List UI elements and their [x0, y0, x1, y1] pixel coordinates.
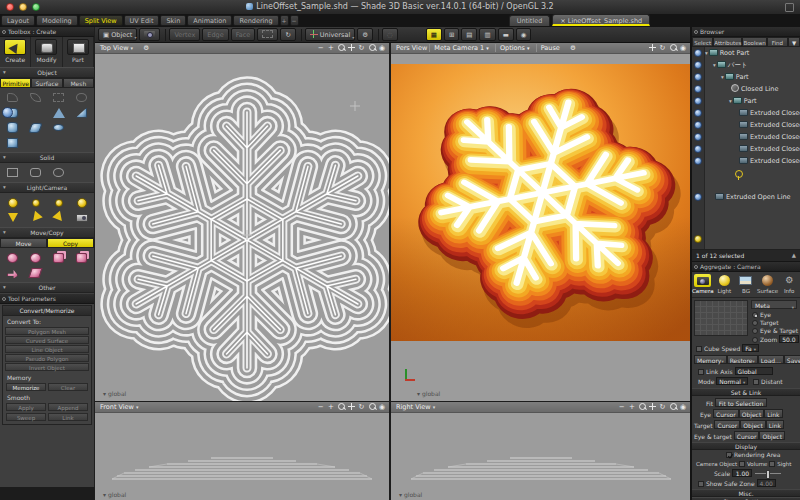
vertex-mode-button[interactable]: Vertex — [169, 28, 200, 41]
draw-rect-tool-icon[interactable] — [47, 90, 70, 105]
view-options-icon[interactable]: ◉ — [379, 44, 386, 52]
viewport-pers[interactable]: Pers View Meta Camera 1 ▾ Options ▾ Paus… — [391, 43, 690, 402]
orbit-icon[interactable]: ↻ — [359, 44, 366, 52]
browser-tab-select[interactable]: Select — [692, 37, 713, 47]
eye-target-cursor-button[interactable]: Cursor — [734, 431, 760, 440]
tree-item-part-jp[interactable]: ▾パート — [705, 59, 800, 71]
mode-row[interactable]: Mode Normal ▾ Distant — [698, 377, 783, 385]
visibility-toggle[interactable] — [694, 73, 702, 81]
workspace-tab-split-view[interactable]: Split View — [79, 15, 123, 26]
safe-zone-row[interactable]: Show Safe Zone 4.00 — [698, 479, 776, 487]
tree-item-extruded-closed[interactable]: Extruded Closed — [705, 131, 800, 143]
rotate-view-button[interactable]: ↻ — [280, 28, 295, 41]
pers-settings-gear-icon[interactable]: ⚙ — [570, 44, 576, 52]
bulb-light-icon[interactable] — [47, 195, 70, 210]
clear-button[interactable]: Clear — [48, 383, 88, 391]
tool-parameters-header[interactable]: Tool Parameters — [0, 294, 94, 304]
zoom-value-field[interactable]: 50.0 — [779, 335, 798, 343]
aggregate-tab-light[interactable]: Light — [714, 274, 736, 297]
edge-mode-button[interactable]: Edge — [202, 28, 228, 41]
smooth-sweep-button[interactable]: Sweep — [6, 413, 46, 421]
target-object-button[interactable]: Object — [740, 420, 766, 429]
face-mode-button[interactable]: Face — [231, 28, 256, 41]
cube-speed-select[interactable]: Fa ▾ — [742, 344, 759, 352]
checkbox-icon[interactable] — [698, 369, 704, 375]
pers-camera-select[interactable]: Meta Camera 1 ▾ — [429, 44, 493, 52]
zoom-in-icon[interactable]: + — [328, 44, 335, 52]
orbit-icon[interactable]: ↻ — [660, 44, 667, 52]
camera-create-icon[interactable] — [70, 210, 93, 225]
convert-curved-surface-button[interactable]: Curved Surface — [5, 336, 89, 344]
cylinder-tool-icon[interactable] — [1, 120, 24, 135]
convert-pseudo-polygon-button[interactable]: Pseudo Polygon — [5, 354, 89, 362]
right-view-header[interactable]: Right View ▾ − + ↻ ◉ — [391, 402, 690, 413]
eye-radio[interactable]: Eye — [752, 311, 771, 319]
aggregate-tab-info[interactable]: ⚙Info — [778, 274, 800, 297]
orbit-icon[interactable]: ↻ — [660, 403, 667, 411]
radio-icon[interactable] — [752, 337, 758, 343]
workspace-tab-uv-edit[interactable]: UV Edit — [124, 15, 160, 26]
section-light-camera[interactable]: ▾Light/Camera — [0, 182, 94, 193]
camera-preview-grid[interactable] — [694, 300, 748, 336]
copy-button[interactable]: Copy — [47, 238, 94, 248]
doc-tab-untitled[interactable]: Untitled — [509, 15, 551, 26]
translate-tool-icon[interactable] — [1, 250, 24, 265]
pers-pause-button[interactable]: Pause — [536, 44, 564, 52]
eye-target-radio[interactable]: Eye & Target — [752, 327, 798, 335]
eye-link-button[interactable]: Link — [764, 409, 782, 418]
layout-single-side-button[interactable]: ▥ — [479, 28, 495, 41]
directional-light-icon[interactable] — [24, 210, 47, 225]
visibility-toggle[interactable] — [694, 121, 702, 129]
radio-icon[interactable] — [752, 328, 758, 334]
checkbox-icon[interactable] — [698, 481, 704, 487]
sun-light-icon[interactable] — [1, 195, 24, 210]
cube-speed-row[interactable]: Cube Speed Fa ▾ — [696, 344, 759, 352]
section-object[interactable]: ▾Object — [0, 67, 94, 78]
pan-icon[interactable] — [348, 403, 355, 410]
tree-item-part-2[interactable]: ▾Part — [705, 95, 800, 107]
top-view-header[interactable]: Top View ▾ ⚙ − + ↻ ◉ — [95, 43, 389, 54]
convert-polygon-mesh-button[interactable]: Polygon Mesh — [5, 327, 89, 335]
view-options-icon[interactable]: ◉ — [379, 403, 386, 411]
point-light-icon[interactable] — [24, 195, 47, 210]
workspace-add-button[interactable]: + — [280, 15, 289, 26]
pers-options-menu[interactable]: Options ▾ — [495, 44, 534, 52]
workspace-tab-rendering[interactable]: Rendering — [233, 15, 278, 26]
preview-render-button[interactable]: ◉ — [516, 28, 532, 41]
visibility-toggle[interactable] — [694, 109, 702, 117]
visibility-toggle[interactable] — [694, 157, 702, 165]
tool-settings-button[interactable]: ⚙ — [357, 28, 373, 41]
tree-item-extruded-closed[interactable]: Extruded Closed — [705, 119, 800, 131]
aggregate-tab-camera[interactable]: Camera — [692, 274, 714, 297]
sphere-tool-icon[interactable] — [24, 105, 47, 120]
target-cursor-button[interactable]: Cursor — [714, 420, 740, 429]
fullscreen-icon[interactable] — [785, 3, 794, 12]
section-solid[interactable]: ▾Solid — [0, 152, 94, 163]
zoom-in-icon[interactable]: + — [328, 403, 335, 411]
target-radio[interactable]: Target — [752, 319, 779, 327]
browser-tab-find[interactable]: Find — [767, 37, 788, 47]
solid-subtract-icon[interactable] — [24, 165, 47, 180]
section-other[interactable]: ▾Other — [0, 282, 94, 293]
mode-select[interactable]: Normal ▾ — [716, 377, 748, 385]
zoom-in-icon[interactable]: + — [629, 403, 636, 411]
zoom-out-icon[interactable]: − — [619, 403, 626, 411]
visibility-toggle[interactable] — [694, 85, 702, 93]
viewport-front[interactable]: Front View ▾ − + ↻ ◉ ▾ global — [95, 402, 391, 500]
view-options-icon[interactable]: ◉ — [680, 44, 687, 52]
smooth-link-button[interactable]: Link — [48, 413, 88, 421]
stretch-tool-icon[interactable] — [70, 250, 93, 265]
browser-tab-attributes[interactable]: Attributes — [713, 37, 742, 47]
visibility-toggle-active[interactable] — [694, 235, 702, 243]
eye-target-object-button[interactable]: Object — [759, 431, 785, 440]
tree-item-extruded-closed[interactable]: Extruded Closed — [705, 155, 800, 167]
tree-item-extruded-closed[interactable]: Extruded Closed — [705, 107, 800, 119]
link-axis-select[interactable]: Global — [735, 367, 773, 375]
toolbox-create-button[interactable]: Create — [0, 37, 31, 67]
mirror-tool-icon[interactable] — [1, 265, 24, 280]
workspace-tab-skin[interactable]: Skin — [160, 15, 186, 26]
front-view-axis-label[interactable]: ▾ global — [103, 491, 126, 498]
viewport-right[interactable]: Right View ▾ − + ↻ ◉ ▾ global — [391, 402, 690, 500]
zoom-radio[interactable]: Zoom 50.0 — [752, 335, 799, 343]
tree-item-extruded-closed[interactable]: Extruded Closed — [705, 143, 800, 155]
